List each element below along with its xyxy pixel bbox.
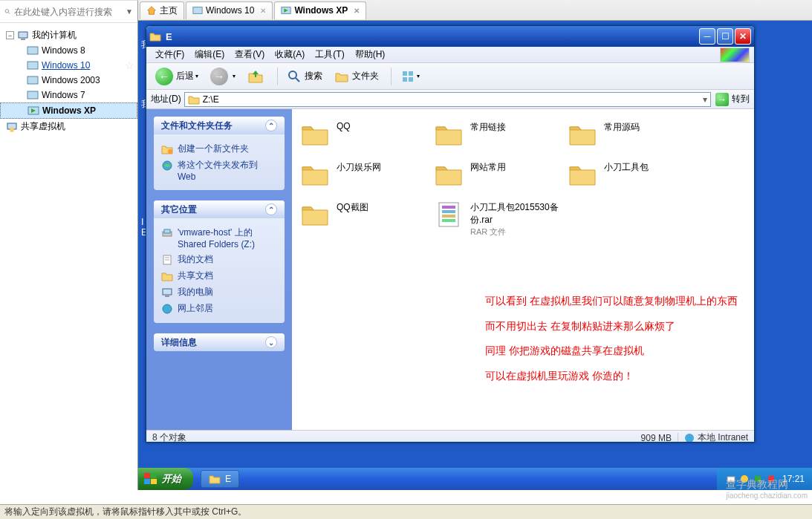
go-arrow-icon: → (715, 93, 729, 106)
home-icon (146, 5, 157, 16)
menu-file[interactable]: 文件(F) (151, 47, 189, 62)
other-header[interactable]: 其它位置 ⌃ (154, 200, 285, 218)
tray-icon[interactable] (753, 474, 763, 484)
svg-rect-29 (165, 296, 169, 297)
other-mydocs[interactable]: 我的文档 (161, 253, 277, 266)
tree-item-winxp[interactable]: Windows XP (0, 102, 137, 119)
chevron-down-icon[interactable]: ⌄ (265, 336, 277, 348)
tree-item-win8[interactable]: Windows 8 (0, 43, 137, 58)
folder-up-icon (247, 68, 264, 85)
rar-file-icon (433, 198, 464, 229)
menu-tools[interactable]: 工具(T) (311, 47, 348, 62)
vm-icon (27, 74, 39, 86)
folder-item[interactable]: 网站常用 (433, 158, 567, 189)
taskbar-item[interactable]: E (201, 470, 239, 488)
tasks-header[interactable]: 文件和文件夹任务 ⌃ (154, 117, 285, 134)
vm-search[interactable]: ▼ (0, 1, 137, 23)
search-button[interactable]: 搜索 (282, 68, 327, 85)
task-new-folder[interactable]: 创建一个新文件夹 (161, 143, 277, 155)
up-button[interactable] (243, 67, 270, 86)
other-mycomputer[interactable]: 我的电脑 (161, 286, 277, 298)
tasks-panel: 文件和文件夹任务 ⌃ 创建一个新文件夹 将这个文件夹发布到 (154, 117, 285, 190)
network-drive-icon (161, 227, 173, 239)
address-value: Z:\E (203, 94, 219, 105)
task-publish-web[interactable]: 将这个文件夹发布到 Web (161, 159, 277, 182)
tree-item-win7[interactable]: Windows 7 (0, 88, 137, 102)
tray-icon[interactable] (739, 474, 750, 484)
other-network[interactable]: 网上邻居 (161, 302, 277, 315)
svg-point-30 (163, 304, 172, 313)
folder-icon (149, 30, 161, 42)
svg-point-15 (289, 71, 296, 79)
maximize-button[interactable]: ☐ (717, 28, 733, 45)
folder-icon (188, 94, 200, 105)
folder-item[interactable]: 常用链接 (433, 118, 567, 149)
tree-item-win10[interactable]: Windows 10 ☆ (0, 58, 137, 73)
dropdown-icon[interactable]: ▾ (703, 94, 707, 105)
favorite-star-icon[interactable]: ☆ (125, 59, 134, 71)
menu-edit[interactable]: 编辑(E) (190, 47, 229, 62)
tray-icon[interactable] (766, 474, 776, 484)
close-tab-icon[interactable]: ✕ (260, 7, 266, 15)
menu-view[interactable]: 查看(V) (230, 47, 269, 62)
folder-icon (209, 473, 221, 485)
search-input[interactable] (14, 7, 126, 17)
detail-header[interactable]: 详细信息 ⌄ (154, 333, 285, 351)
dropdown-icon[interactable]: ▾ (417, 73, 420, 79)
menu-help[interactable]: 帮助(H) (351, 47, 390, 62)
dropdown-icon[interactable]: ▾ (233, 73, 236, 79)
tree-item-win2003[interactable]: Windows 2003 (0, 73, 137, 88)
minimize-button[interactable]: ─ (699, 28, 715, 45)
folder-label: QQ (337, 118, 351, 131)
menu-favorites[interactable]: 收藏(A) (270, 47, 309, 62)
svg-rect-3 (21, 39, 25, 40)
folder-label: QQ截图 (337, 198, 368, 214)
views-button[interactable]: ▾ (396, 68, 424, 85)
collapse-icon[interactable]: − (6, 31, 14, 39)
tab-windowsxp[interactable]: Windows XP ✕ (274, 1, 366, 19)
close-button[interactable]: ✕ (735, 28, 751, 45)
vm-viewport[interactable]: 我 我 IE E ─ ☐ ✕ 文件(F) 编辑(E) 查看(V) 收藏(A) 工… (138, 21, 812, 490)
vm-running-icon (27, 105, 39, 117)
back-button[interactable]: ← 后退 ▾ (151, 66, 203, 87)
close-tab-icon[interactable]: ✕ (354, 7, 360, 15)
svg-rect-12 (193, 7, 202, 14)
tab-home[interactable]: 主页 (140, 1, 184, 19)
tab-windows10[interactable]: Windows 10 ✕ (186, 1, 273, 19)
forward-button[interactable]: → ▾ (206, 66, 240, 87)
search-dropdown-icon[interactable]: ▼ (126, 7, 133, 16)
chevron-up-icon[interactable]: ⌃ (265, 203, 277, 215)
tree-root[interactable]: − 我的计算机 (0, 27, 137, 43)
folder-item[interactable]: 小刀工具包 (567, 158, 701, 189)
svg-rect-7 (27, 91, 38, 99)
chevron-up-icon[interactable]: ⌃ (265, 120, 277, 131)
vm-icon (27, 45, 39, 56)
menu-bar: 文件(F) 编辑(E) 查看(V) 收藏(A) 工具(T) 帮助(H) (146, 47, 754, 63)
new-folder-icon (161, 143, 173, 155)
folder-item[interactable]: QQ (299, 118, 433, 149)
dropdown-icon[interactable]: ▾ (195, 73, 198, 79)
svg-rect-34 (442, 215, 455, 218)
svg-rect-20 (409, 77, 413, 82)
folder-item[interactable]: QQ截图 (299, 198, 433, 238)
tree-shared[interactable]: 共享虚拟机 (0, 119, 137, 134)
vm-icon (192, 5, 203, 16)
folder-icon (299, 198, 331, 229)
tray-icon[interactable] (726, 474, 736, 484)
folder-item[interactable]: 小刀娱乐网 (299, 158, 433, 189)
titlebar[interactable]: E ─ ☐ ✕ (146, 26, 754, 47)
start-button[interactable]: 开始 (138, 468, 193, 490)
side-panel: 文件和文件夹任务 ⌃ 创建一个新文件夹 将这个文件夹发布到 (146, 109, 292, 430)
address-input[interactable]: Z:\E ▾ (184, 92, 711, 107)
go-button[interactable]: → 转到 (715, 93, 750, 106)
other-shared-folder[interactable]: 'vmware-host' 上的 Shared Folders (Z:) (161, 226, 277, 249)
host-status-bar: 将输入定向到该虚拟机，请将鼠标指针移入其中或按 Ctrl+G。 (0, 504, 812, 519)
folder-label: 常用源码 (604, 118, 640, 134)
system-tray[interactable]: 17:21 (717, 468, 812, 490)
folder-view[interactable]: QQ常用链接常用源码小刀娱乐网网站常用小刀工具包QQ截图小刀工具包2015530… (292, 109, 754, 430)
other-shareddocs[interactable]: 共享文档 (161, 270, 277, 282)
folder-item[interactable]: 常用源码 (567, 118, 701, 149)
svg-rect-6 (27, 76, 38, 84)
file-item-rar[interactable]: 小刀工具包2015530备份.rarRAR 文件 (433, 198, 567, 238)
folders-button[interactable]: 文件夹 (330, 68, 383, 85)
